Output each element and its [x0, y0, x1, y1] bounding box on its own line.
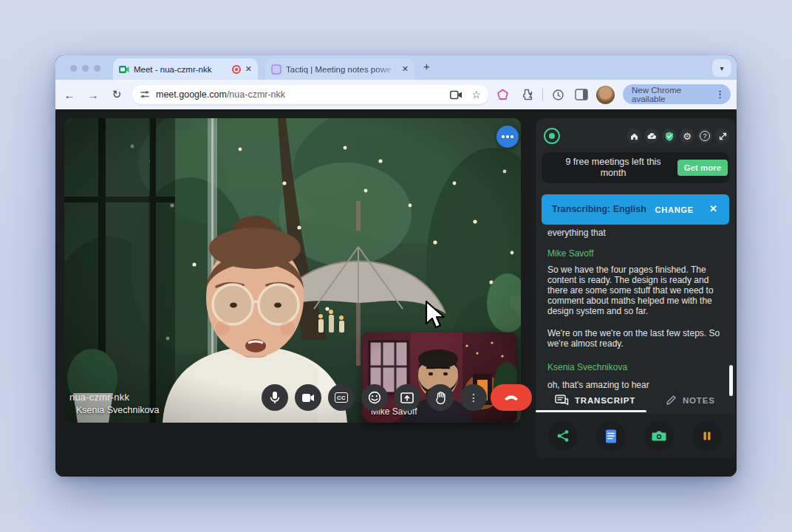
transcript-speaker: Ksenia Svechnikova [547, 362, 723, 372]
share-icon [556, 429, 570, 443]
tactiq-favicon [271, 64, 281, 75]
window-close-button[interactable] [70, 65, 77, 72]
export-to-docs-button[interactable] [596, 421, 626, 451]
camera-permission-icon[interactable] [450, 90, 462, 100]
help-icon[interactable]: ? [697, 129, 712, 143]
recording-indicator-icon [232, 65, 241, 74]
present-screen-icon [400, 392, 414, 403]
home-icon[interactable] [627, 129, 641, 143]
microphone-button[interactable] [262, 384, 288, 411]
tactiq-actions-bar [536, 414, 735, 458]
camera-button[interactable] [295, 384, 321, 411]
transcript-text: So we have the four pages finished. The … [547, 265, 723, 316]
raise-hand-icon [434, 391, 446, 404]
new-tab-button[interactable]: + [423, 60, 430, 72]
cloud-sync-icon[interactable] [644, 129, 659, 143]
privacy-shield-icon[interactable] [662, 129, 677, 143]
clock-extension-icon[interactable] [552, 89, 564, 101]
collapse-panel-icon[interactable] [715, 129, 730, 143]
change-language-button[interactable]: CHANGE [655, 205, 694, 214]
more-options-icon: ⋮ [468, 392, 479, 403]
smiley-icon [368, 391, 381, 404]
get-more-button[interactable]: Get more [677, 160, 728, 176]
captions-button[interactable]: CC [328, 384, 355, 411]
side-panel-icon[interactable] [575, 89, 588, 100]
tactiq-panel: ⚙ ? 9 free meetings left this month Get … [536, 118, 735, 458]
tab-title: Tactiq | Meeting notes powe [286, 65, 397, 74]
bookmark-star-icon[interactable]: ☆ [471, 89, 481, 100]
more-options-button[interactable]: ⋮ [460, 384, 487, 411]
participant-name-label: Ksenia Svechnikova [76, 405, 160, 415]
chrome-update-label: New Chrome available [632, 86, 715, 103]
profile-avatar[interactable] [596, 86, 615, 104]
tab-close-icon[interactable]: ✕ [402, 65, 409, 73]
url-text: meet.google.com/nua-czmr-nkk [156, 89, 450, 100]
screenshot-camera-icon [652, 430, 666, 442]
toolbar-divider [542, 88, 543, 101]
transcript-chat-icon [555, 395, 569, 406]
window-zoom-button[interactable] [94, 65, 100, 72]
site-settings-icon[interactable] [140, 89, 150, 100]
tab-meet[interactable]: Meet - nua-czmr-nkk ✕ [113, 58, 258, 80]
browser-toolbar: ← → ↻ meet.google.com/nua-czmr-nkk ☆ [55, 80, 737, 109]
captions-icon: CC [335, 392, 349, 403]
back-button[interactable]: ← [60, 80, 79, 109]
tab-bar: Meet - nua-czmr-nkk ✕ Tactiq | Meeting n… [55, 55, 737, 80]
tab-notes[interactable]: NOTES [666, 395, 715, 406]
meet-app: Ksenia Svechnikova [55, 109, 737, 477]
notes-pencil-icon [666, 395, 677, 406]
raise-hand-button[interactable] [427, 384, 454, 411]
tactiq-extension-icon[interactable] [496, 89, 509, 101]
chrome-update-button[interactable]: New Chrome available ⋮ [623, 84, 731, 104]
meeting-code: nua-czmr-nkk [69, 392, 129, 403]
google-docs-icon [605, 429, 617, 443]
pause-icon [702, 431, 712, 441]
pause-transcription-button[interactable] [692, 421, 722, 451]
settings-gear-icon[interactable]: ⚙ [680, 129, 694, 143]
transcribing-bar: Transcribing: English CHANGE ✕ [542, 194, 729, 225]
tactiq-chat-bubble[interactable] [496, 126, 519, 148]
reactions-button[interactable] [361, 384, 388, 411]
tactiq-logo-icon [544, 128, 560, 144]
present-screen-button[interactable] [394, 384, 420, 411]
extensions-puzzle-icon[interactable] [520, 89, 533, 101]
transcript-text: oh, that's amazing to hear [547, 380, 723, 390]
forward-button[interactable]: → [83, 80, 103, 109]
free-meetings-banner: 9 free meetings left this month Get more [542, 152, 729, 183]
tab-transcript[interactable]: TRANSCRIPT [555, 395, 635, 406]
window-minimize-button[interactable] [82, 65, 89, 72]
active-tab-underline [536, 410, 646, 412]
share-button[interactable] [548, 421, 578, 451]
browser-menu-icon[interactable]: ⋮ [715, 89, 725, 100]
desktop: Meet - nua-czmr-nkk ✕ Tactiq | Meeting n… [0, 0, 792, 532]
end-call-icon [503, 394, 519, 401]
screenshot-button[interactable] [644, 421, 674, 451]
free-meetings-text: 9 free meetings left this month [555, 157, 672, 179]
close-transcribing-icon[interactable]: ✕ [709, 203, 717, 214]
tab-close-icon[interactable]: ✕ [245, 65, 252, 73]
end-call-button[interactable] [491, 384, 532, 411]
address-bar[interactable]: meet.google.com/nua-czmr-nkk ☆ [132, 85, 488, 104]
transcript-text: We're on the we're on the last few steps… [547, 328, 723, 349]
tab-tactiq[interactable]: Tactiq | Meeting notes powe ✕ [265, 58, 414, 80]
tab-search-button[interactable]: ▾ [712, 59, 731, 77]
transcript-scrollbar[interactable] [729, 365, 733, 396]
transcript-text: everything that [547, 228, 723, 238]
transcribing-label: Transcribing: English [552, 204, 646, 214]
microphone-icon [269, 391, 281, 404]
transcript-speaker: Mike Savoff [547, 248, 723, 259]
reload-button[interactable]: ↻ [107, 80, 126, 109]
tab-title: Meet - nua-czmr-nkk [134, 65, 228, 74]
meet-favicon [119, 64, 129, 75]
mouse-cursor [423, 300, 448, 330]
browser-window: Meet - nua-czmr-nkk ✕ Tactiq | Meeting n… [55, 55, 737, 477]
camera-icon [301, 393, 315, 403]
